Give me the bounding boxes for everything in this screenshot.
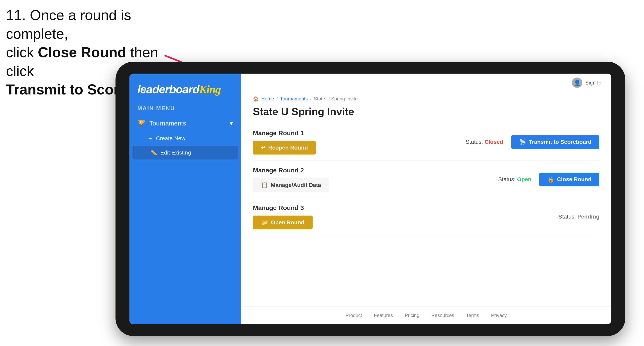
sidebar-create-new[interactable]: ＋ Create New: [130, 131, 241, 146]
page-title: State U Spring Invite: [241, 104, 611, 124]
tablet-screen: leaderboardKing MAIN MENU 🏆 Tournaments …: [130, 74, 611, 324]
breadcrumb-tournaments[interactable]: Tournaments: [280, 96, 308, 102]
logo-area: leaderboardKing: [130, 80, 241, 103]
round-1-title: Manage Round 1: [253, 130, 316, 137]
round-1-status: Status: Closed: [466, 139, 503, 145]
round-2-left: Manage Round 2 📋 Manage/Audit Data: [253, 167, 329, 192]
chevron-down-icon: ▾: [230, 120, 233, 127]
logo-leaderboard: leaderboard: [138, 83, 199, 96]
edit-icon: ✏️: [150, 149, 157, 156]
avatar: 👤: [572, 78, 582, 88]
app-container: leaderboardKing MAIN MENU 🏆 Tournaments …: [130, 74, 611, 324]
breadcrumb-sep-2: /: [310, 96, 312, 102]
round-3-status: Status: Pending: [558, 213, 600, 220]
breadcrumb: 🏠 Home / Tournaments / State U Spring In…: [241, 92, 611, 104]
round-3-left: Manage Round 3 📂 Open Round: [253, 204, 313, 229]
round-3-status-value: Pending: [578, 213, 600, 220]
edit-existing-label: Edit Existing: [160, 150, 191, 156]
round-1-right: Status: Closed 📡 Transmit to Scoreboard: [466, 135, 600, 149]
close-round-button[interactable]: 🔒 Close Round: [539, 173, 600, 186]
footer-resources[interactable]: Resources: [431, 313, 454, 318]
round-2-right: Status: Open 🔒 Close Round: [498, 173, 600, 186]
logo-king: King: [199, 83, 221, 96]
footer-privacy[interactable]: Privacy: [491, 313, 507, 318]
open-round-button[interactable]: 📂 Open Round: [253, 215, 313, 229]
round-row-1: Manage Round 1 ↩ Reopen Round Status: Cl…: [253, 124, 600, 161]
sidebar: leaderboardKing MAIN MENU 🏆 Tournaments …: [130, 74, 241, 324]
open-icon: 📂: [261, 219, 268, 226]
reopen-icon: ↩: [261, 144, 266, 151]
manage-audit-data-button[interactable]: 📋 Manage/Audit Data: [253, 178, 329, 192]
footer-pricing[interactable]: Pricing: [405, 313, 420, 318]
footer: Product Features Pricing Resources Terms…: [241, 306, 611, 324]
plus-icon: ＋: [147, 135, 153, 142]
round-3-title: Manage Round 3: [253, 204, 313, 212]
sidebar-edit-existing[interactable]: ✏️ Edit Existing: [132, 146, 238, 160]
home-icon: 🏠: [253, 96, 259, 102]
round-row-2: Manage Round 2 📋 Manage/Audit Data Statu…: [253, 161, 600, 198]
round-2-status: Status: Open: [498, 176, 532, 182]
transmit-icon: 📡: [519, 139, 526, 145]
breadcrumb-current: State U Spring Invite: [314, 96, 358, 102]
trophy-icon: 🏆: [138, 120, 145, 127]
breadcrumb-home[interactable]: Home: [261, 96, 274, 102]
footer-product[interactable]: Product: [346, 313, 362, 318]
sign-in-area[interactable]: 👤 Sign In: [572, 78, 602, 88]
reopen-round-button[interactable]: ↩ Reopen Round: [253, 141, 316, 155]
tournaments-label: Tournaments: [149, 120, 186, 127]
header-bar: 👤 Sign In: [241, 74, 611, 92]
sidebar-item-tournaments[interactable]: 🏆 Tournaments ▾: [130, 116, 241, 131]
footer-terms[interactable]: Terms: [466, 313, 479, 318]
lock-icon: 🔒: [547, 176, 554, 183]
create-new-label: Create New: [156, 135, 186, 142]
round-3-right: Status: Pending: [558, 213, 600, 220]
transmit-to-scoreboard-button[interactable]: 📡 Transmit to Scoreboard: [511, 135, 600, 149]
main-content: 👤 Sign In 🏠 Home / Tournaments / State U…: [241, 74, 611, 324]
round-row-3: Manage Round 3 📂 Open Round Status: Pend…: [253, 198, 600, 235]
round-2-status-value: Open: [517, 176, 532, 182]
sign-in-label[interactable]: Sign In: [585, 80, 602, 86]
round-1-status-value: Closed: [484, 139, 503, 145]
rounds-area: Manage Round 1 ↩ Reopen Round Status: Cl…: [241, 124, 611, 306]
audit-icon: 📋: [261, 182, 268, 188]
round-2-title: Manage Round 2: [253, 167, 329, 174]
tablet-device: leaderboardKing MAIN MENU 🏆 Tournaments …: [116, 62, 625, 336]
app-logo: leaderboardKing: [138, 84, 233, 95]
breadcrumb-sep-1: /: [276, 96, 278, 102]
round-1-left: Manage Round 1 ↩ Reopen Round: [253, 130, 316, 155]
footer-features[interactable]: Features: [374, 313, 393, 318]
main-menu-label: MAIN MENU: [130, 103, 241, 116]
